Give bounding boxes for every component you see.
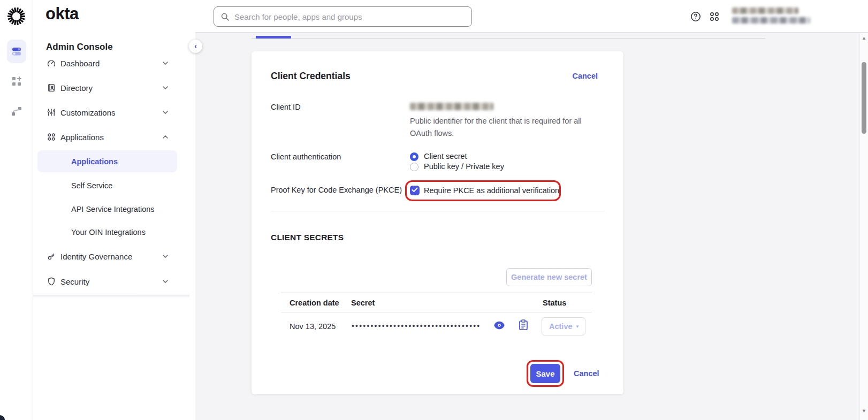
security-icon <box>47 277 56 286</box>
sidebar-collapse-button[interactable]: ‹ <box>189 40 202 53</box>
client-credentials-card: Client Credentials Cancel Client ID Publ… <box>252 51 623 394</box>
table-row: Nov 13, 2025 •••••••••••••••••••••••••••… <box>281 312 592 346</box>
toggles-icon <box>11 45 22 57</box>
sidebar-item-security[interactable]: Security <box>33 269 188 294</box>
secret-status-select[interactable]: Active▼ <box>542 317 585 335</box>
reveal-secret-button[interactable] <box>494 321 505 330</box>
sidebar-subitem-label: API Service Integrations <box>71 205 155 213</box>
sidebar-item-label: Security <box>60 277 89 286</box>
applications-icon <box>47 132 56 142</box>
user-account-menu[interactable] <box>732 7 812 24</box>
card-title: Client Credentials <box>271 71 351 82</box>
radio-public-key-private-key[interactable] <box>410 163 418 171</box>
secret-creation-date: Nov 13, 2025 <box>290 322 336 331</box>
caret-down-icon: ▼ <box>575 324 580 329</box>
global-search[interactable] <box>214 6 472 27</box>
sidebar-nav: DashboardDirectoryCustomizationsApplicat… <box>33 60 188 294</box>
sidebar-item-label: Applications <box>60 133 104 142</box>
col-header-creation-date: Creation date <box>290 299 339 307</box>
scroll-down-arrow[interactable]: ▼ <box>862 408 866 414</box>
pkce-label: Proof Key for Code Exchange (PKCE) <box>271 186 402 194</box>
sidebar-item-label: Directory <box>60 83 93 93</box>
chevron-down-icon <box>162 278 169 285</box>
chevron-down-icon <box>162 253 169 260</box>
pkce-checkbox-label[interactable]: Require PKCE as additional verification <box>424 186 559 195</box>
identity-governance-icon <box>47 251 56 261</box>
sidebar-item-label: Customizations <box>60 108 116 117</box>
card-cancel-link[interactable]: Cancel <box>572 72 598 80</box>
top-bar <box>195 0 868 33</box>
directory-icon <box>47 83 56 93</box>
clipboard-icon <box>519 319 528 331</box>
eye-icon <box>494 321 505 330</box>
rail-integrations-button[interactable] <box>7 100 26 123</box>
sidebar-subitem-label: Your OIN Integrations <box>71 228 146 236</box>
sidebar-nav-viewport: DashboardDirectoryCustomizationsApplicat… <box>33 60 188 295</box>
console-title: Admin Console <box>46 42 113 52</box>
okta-wordmark: okta <box>45 4 79 24</box>
client-id-help-2: OAuth flows. <box>410 127 454 140</box>
sidebar: okta Admin Console DashboardDirectoryCus… <box>33 0 195 420</box>
chevron-down-icon <box>162 109 169 116</box>
customizations-icon <box>47 108 56 117</box>
chevron-down-icon <box>162 84 169 91</box>
sidebar-item-dashboard[interactable]: Dashboard <box>33 60 188 75</box>
sidebar-subitem-your-oin-integrations[interactable]: Your OIN Integrations <box>33 220 188 243</box>
col-header-secret: Secret <box>351 299 375 307</box>
sidebar-item-label: Identity Governance <box>60 252 132 261</box>
sidebar-subitem-label: Applications <box>71 157 118 166</box>
client-secrets-heading: CLIENT SECRETS <box>271 233 344 242</box>
org-name-redacted <box>732 17 810 24</box>
okta-spinner-logo <box>6 6 26 26</box>
save-button[interactable]: Save <box>530 364 560 383</box>
rail-admin-console-button[interactable] <box>7 40 26 63</box>
nav-bottom-shadow <box>33 295 189 298</box>
sidebar-item-identity-governance[interactable]: Identity Governance <box>33 243 188 269</box>
col-header-status: Status <box>543 299 566 307</box>
search-icon <box>220 12 230 21</box>
client-id-label: Client ID <box>271 103 301 111</box>
page-content: Client Credentials Cancel Client ID Publ… <box>195 34 859 420</box>
active-tab-indicator <box>256 36 291 39</box>
main-scrollbar-thumb[interactable] <box>862 62 866 134</box>
pkce-checkbox[interactable] <box>410 186 420 195</box>
sidebar-item-customizations[interactable]: Customizations <box>33 100 188 125</box>
secret-masked-value: •••••••••••••••••••••••••••••••••• <box>352 322 481 330</box>
search-input[interactable] <box>234 12 471 21</box>
radio-label-public-key-private-key[interactable]: Public key / Private key <box>424 162 504 171</box>
chevron-up-icon <box>162 133 169 141</box>
left-icon-rail <box>0 0 33 420</box>
grid-plus-icon <box>10 75 23 88</box>
radio-client-secret[interactable] <box>410 152 418 161</box>
sidebar-item-label: Dashboard <box>60 60 100 68</box>
generate-new-secret-button[interactable]: Generate new secret <box>506 268 592 286</box>
sidebar-subitem-applications[interactable]: Applications <box>37 150 177 172</box>
sidebar-item-applications[interactable]: Applications <box>33 125 188 149</box>
chevron-down-icon <box>162 60 169 67</box>
client-secrets-table: Creation date Secret Status Nov 13, 2025… <box>281 293 592 346</box>
table-header-row: Creation date Secret Status <box>281 293 592 312</box>
sidebar-subitem-label: Self Service <box>71 181 112 190</box>
main-scrollbar[interactable]: ▲ ▼ <box>859 33 868 420</box>
radio-label-client-secret[interactable]: Client secret <box>424 152 467 161</box>
connector-icon <box>10 105 23 118</box>
scroll-up-arrow[interactable]: ▲ <box>862 35 866 41</box>
copy-secret-button[interactable] <box>519 319 528 331</box>
footer-cancel-link[interactable]: Cancel <box>574 369 599 378</box>
sidebar-subitem-self-service[interactable]: Self Service <box>33 173 188 197</box>
sidebar-item-directory[interactable]: Directory <box>33 75 188 100</box>
main-area: Client Credentials Cancel Client ID Publ… <box>195 0 868 420</box>
user-name-redacted <box>732 7 798 14</box>
partial-logo-bottom <box>0 415 5 420</box>
client-id-help-1: Public identifier for the client that is… <box>410 115 582 127</box>
rail-add-apps-button[interactable] <box>7 70 26 93</box>
client-authentication-label: Client authentication <box>271 152 341 161</box>
checkmark-icon <box>412 187 418 193</box>
apps-grid-icon[interactable] <box>709 11 720 22</box>
dashboard-icon <box>47 60 56 68</box>
client-id-value-redacted <box>410 103 493 110</box>
sidebar-subitem-api-service-integrations[interactable]: API Service Integrations <box>33 197 188 220</box>
help-icon[interactable] <box>690 11 701 22</box>
tab-bar-border <box>252 38 765 39</box>
section-divider <box>271 211 604 211</box>
